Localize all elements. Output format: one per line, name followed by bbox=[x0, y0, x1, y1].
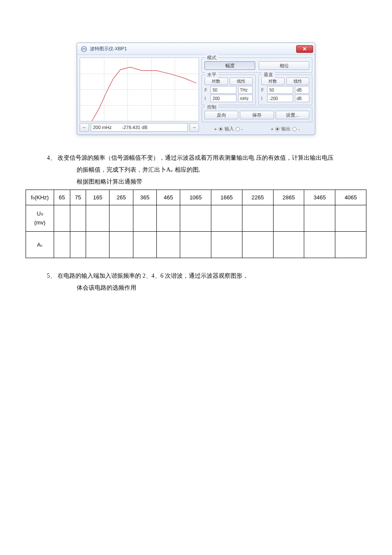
item-4-line1: 4、改变信号源的频率（信号源幅值不变），通过示波器或着万用表测量输出电 压的有效… bbox=[26, 152, 366, 164]
av-cell bbox=[242, 232, 273, 258]
bode-curve bbox=[80, 58, 199, 121]
cursor-right-button[interactable]: → bbox=[190, 123, 199, 132]
frequency-table: f₀(KHz) 65 75 165 265 365 465 1065 1665 … bbox=[26, 190, 366, 258]
u0-cell bbox=[211, 205, 242, 232]
av-cell bbox=[211, 232, 242, 258]
controls-panel: 模式 幅度 相位 水平 对数 线性 bbox=[202, 58, 312, 132]
control-fieldset: 控制 反向 保存 设置... bbox=[202, 107, 312, 122]
cursor-left-button[interactable]: ← bbox=[80, 123, 89, 132]
horizontal-label: 水平 bbox=[205, 72, 218, 78]
vertical-label: 垂直 bbox=[262, 72, 275, 78]
freq-cell: 4065 bbox=[335, 190, 366, 205]
u0-cell bbox=[273, 205, 304, 232]
bode-plotter-window: 波特图示仪-XBP1 ✕ bbox=[77, 43, 315, 135]
item-5-line2: 体会该电路的选频作用 bbox=[26, 282, 366, 294]
freq-cell: 1065 bbox=[180, 190, 211, 205]
rowhead-u0-top: U₀ bbox=[26, 210, 54, 219]
freq-cell: 165 bbox=[86, 190, 110, 205]
freq-cell: 365 bbox=[133, 190, 156, 205]
freq-cell: 465 bbox=[156, 190, 180, 205]
v-F-value[interactable]: 50 bbox=[267, 86, 293, 94]
reverse-button[interactable]: 反向 bbox=[205, 111, 238, 119]
u0-cell bbox=[54, 205, 70, 232]
item-4-line2: 的振幅值，完成下列表，并汇出卜Aᵥ 相应的图, bbox=[26, 164, 366, 176]
table-row-u0: U₀ (mv) bbox=[26, 205, 366, 232]
rowhead-freq: f₀(KHz) bbox=[26, 190, 54, 205]
close-icon: ✕ bbox=[303, 46, 307, 52]
app-icon bbox=[81, 46, 87, 52]
cursor-readout: 200 mHz -278.431 dB bbox=[91, 123, 188, 132]
h-I-value[interactable]: 200 bbox=[210, 95, 236, 102]
freq-cell: 3465 bbox=[304, 190, 335, 205]
output-minus-radio[interactable] bbox=[292, 127, 297, 131]
h-I-label: I bbox=[205, 96, 209, 101]
av-cell bbox=[335, 232, 366, 258]
table-row-av: Aᵥ bbox=[26, 232, 366, 258]
av-cell bbox=[273, 232, 304, 258]
horizontal-fieldset: 水平 对数 线性 F 50 THz I bbox=[202, 75, 256, 105]
save-button[interactable]: 保存 bbox=[240, 111, 274, 119]
u0-cell bbox=[335, 205, 366, 232]
u0-cell bbox=[180, 205, 211, 232]
minus-label-2: - bbox=[298, 127, 300, 132]
h-F-unit[interactable]: THz bbox=[238, 86, 253, 94]
mode-label: 模式 bbox=[205, 55, 218, 61]
settings-button[interactable]: 设置... bbox=[276, 111, 309, 119]
vertical-fieldset: 垂直 对数 线性 F 50 dB I bbox=[258, 75, 312, 105]
v-F-unit[interactable]: dB bbox=[295, 86, 309, 94]
u0-cell bbox=[133, 205, 156, 232]
av-cell bbox=[133, 232, 156, 258]
close-button[interactable]: ✕ bbox=[296, 45, 313, 53]
item-4-text1: 改变信号源的频率（信号源幅值不变），通过示波器或着万用表测量输出电 压的有效值，… bbox=[58, 155, 334, 161]
freq-cell: 265 bbox=[110, 190, 133, 205]
av-cell bbox=[110, 232, 133, 258]
rowhead-u0-bot: (mv) bbox=[26, 219, 54, 227]
item-5-text1: 在电路的输入端加入谐振频率的 2、4、6 次谐波，通过示波器观察图形， bbox=[58, 273, 248, 279]
io-row: + 输入 - + 输出 - bbox=[202, 126, 312, 132]
h-lin-button[interactable]: 线性 bbox=[230, 78, 253, 85]
v-lin-button[interactable]: 线性 bbox=[286, 78, 310, 85]
plot-area bbox=[80, 58, 199, 121]
control-label: 控制 bbox=[205, 104, 218, 110]
plus-label: + bbox=[214, 127, 216, 132]
u0-cell bbox=[156, 205, 180, 232]
v-log-button[interactable]: 对数 bbox=[261, 78, 285, 85]
v-F-label: F bbox=[261, 88, 265, 92]
u0-cell bbox=[86, 205, 110, 232]
u0-cell bbox=[110, 205, 133, 232]
av-cell bbox=[180, 232, 211, 258]
input-minus-radio[interactable] bbox=[236, 127, 240, 131]
mode-phase-button[interactable]: 相位 bbox=[259, 61, 309, 70]
input-plus-radio[interactable] bbox=[219, 127, 223, 131]
plot-footer: ← 200 mHz -278.431 dB → bbox=[80, 123, 199, 132]
av-cell bbox=[156, 232, 180, 258]
av-cell bbox=[304, 232, 335, 258]
mode-magnitude-button[interactable]: 幅度 bbox=[205, 61, 255, 70]
bode-body: ← 200 mHz -278.431 dB → 模式 bbox=[77, 55, 315, 135]
mode-fieldset: 模式 幅度 相位 bbox=[202, 58, 312, 73]
item-4-prefix: 4、 bbox=[47, 155, 56, 161]
h-log-button[interactable]: 对数 bbox=[205, 78, 228, 85]
freq-cell: 65 bbox=[54, 190, 70, 205]
titlebar: 波特图示仪-XBP1 ✕ bbox=[77, 43, 315, 55]
v-I-unit[interactable]: dB bbox=[295, 95, 309, 102]
table-row-freq: f₀(KHz) 65 75 165 265 365 465 1065 1665 … bbox=[26, 190, 366, 205]
h-F-label: F bbox=[205, 88, 209, 92]
item-5-prefix: 5、 bbox=[47, 273, 56, 279]
arrow-left-icon: ← bbox=[82, 125, 87, 130]
h-F-value[interactable]: 50 bbox=[210, 86, 236, 94]
output-plus-radio[interactable] bbox=[275, 127, 280, 131]
u0-cell bbox=[304, 205, 335, 232]
rowhead-av: Aᵥ bbox=[26, 232, 54, 258]
window-title: 波特图示仪-XBP1 bbox=[90, 46, 296, 52]
freq-cell: 1665 bbox=[211, 190, 242, 205]
h-I-unit[interactable]: mHz bbox=[238, 95, 253, 102]
av-cell bbox=[86, 232, 110, 258]
plot-panel: ← 200 mHz -278.431 dB → bbox=[80, 58, 199, 132]
u0-cell bbox=[242, 205, 273, 232]
v-I-value[interactable]: -200 bbox=[267, 95, 293, 102]
svg-point-0 bbox=[81, 46, 86, 52]
io-output-group: + 输出 - bbox=[258, 126, 312, 132]
av-cell bbox=[54, 232, 70, 258]
output-label: 输出 bbox=[281, 126, 291, 132]
